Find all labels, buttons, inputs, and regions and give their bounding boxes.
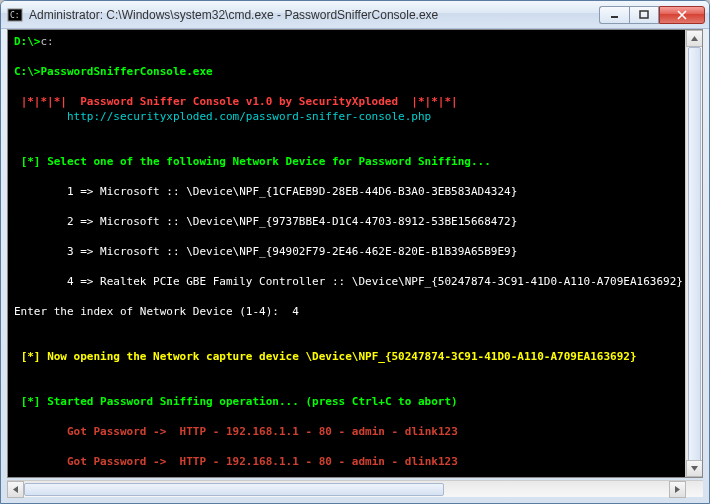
blank-line (14, 470, 21, 478)
blank-line (14, 50, 21, 63)
input-prompt: Enter the index of Network Device (1-4): (14, 305, 292, 318)
resize-grip[interactable] (686, 481, 703, 498)
minimize-button[interactable] (599, 6, 629, 24)
section-marker: [*] (21, 395, 48, 408)
device-option: 1 => Microsoft :: \Device\NPF_{1CFAEB9D-… (67, 185, 517, 198)
scroll-right-button[interactable] (669, 481, 686, 498)
device-option: 2 => Microsoft :: \Device\NPF_{9737BBE4-… (67, 215, 517, 228)
prompt: D:\> (14, 35, 41, 48)
blank-line (14, 410, 21, 423)
prompt: C:\> (14, 65, 41, 78)
banner-stars: |*|*|*| (21, 95, 67, 108)
opening-device-line: Now opening the Network capture device \… (47, 350, 636, 363)
scroll-thumb[interactable] (688, 47, 701, 477)
scroll-thumb[interactable] (24, 483, 444, 496)
banner-url: http://securityxploded.com/password-snif… (67, 110, 431, 123)
titlebar[interactable]: C: Administrator: C:\Windows\system32\cm… (1, 1, 709, 29)
console-client-area: D:\>c: C:\>PasswordSnifferConsole.exe |*… (7, 29, 703, 478)
blank-line (14, 125, 21, 138)
blank-line (14, 335, 21, 348)
blank-line (14, 290, 21, 303)
banner-text: Password Sniffer Console v1.0 by Securit… (67, 95, 411, 108)
window-controls (599, 6, 705, 24)
device-option: 4 => Realtek PCIe GBE Family Controller … (67, 275, 683, 288)
blank-line (14, 170, 21, 183)
section-marker: [*] (21, 155, 48, 168)
horizontal-scrollbar[interactable] (7, 480, 703, 497)
section-marker: [*] (21, 350, 48, 363)
close-button[interactable] (659, 6, 705, 24)
console-window: C: Administrator: C:\Windows\system32\cm… (0, 0, 710, 504)
capture-line: Got Password -> HTTP - 192.168.1.1 - 80 … (67, 425, 458, 438)
maximize-button[interactable] (629, 6, 659, 24)
banner-stars: |*|*|*| (411, 95, 457, 108)
blank-line (14, 260, 21, 273)
blank-line (14, 230, 21, 243)
svg-rect-3 (640, 11, 648, 18)
window-title: Administrator: C:\Windows\system32\cmd.e… (29, 8, 599, 22)
command-text: PasswordSnifferConsole.exe (41, 65, 213, 78)
scroll-up-button[interactable] (686, 30, 703, 47)
device-option: 3 => Microsoft :: \Device\NPF_{94902F79-… (67, 245, 517, 258)
scroll-down-button[interactable] (686, 460, 703, 477)
command-text: c: (41, 35, 54, 48)
blank-line (14, 140, 21, 153)
terminal-output[interactable]: D:\>c: C:\>PasswordSnifferConsole.exe |*… (8, 30, 685, 477)
blank-line (14, 200, 21, 213)
blank-line (14, 320, 21, 333)
cmd-icon: C: (7, 7, 23, 23)
select-device-heading: Select one of the following Network Devi… (47, 155, 491, 168)
capture-line: Got Password -> HTTP - 192.168.1.1 - 80 … (67, 455, 458, 468)
scroll-left-button[interactable] (7, 481, 24, 498)
input-value: 4 (292, 305, 299, 318)
blank-line (14, 80, 21, 93)
svg-rect-2 (611, 16, 618, 18)
blank-line (14, 380, 21, 393)
blank-line (14, 365, 21, 378)
blank-line (14, 440, 21, 453)
svg-text:C:: C: (10, 11, 20, 20)
started-sniffing-line: Started Password Sniffing operation... (… (47, 395, 458, 408)
vertical-scrollbar[interactable] (685, 30, 702, 477)
